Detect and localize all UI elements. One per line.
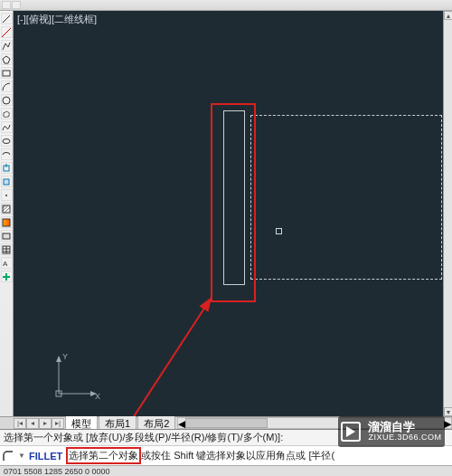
- ucs-icon: X Y: [50, 348, 104, 403]
- scroll-down-icon[interactable]: ▼: [444, 407, 452, 416]
- svg-point-9: [5, 195, 7, 196]
- ucs-y-label: Y: [62, 352, 68, 361]
- watermark-badge: 溜溜自学 ZIXUE.3D66.COM: [338, 416, 445, 447]
- drawing-canvas[interactable]: [-][俯视][二维线框]: [14, 11, 443, 416]
- tab-nav-next-icon[interactable]: ▸: [39, 418, 52, 429]
- insert-block-icon[interactable]: [1, 162, 13, 174]
- draw-toolbar: A: [0, 11, 14, 416]
- scroll-up-icon[interactable]: ▲: [444, 11, 452, 20]
- svg-marker-28: [56, 356, 61, 362]
- circle-tool-icon[interactable]: [1, 94, 13, 106]
- svg-rect-10: [3, 205, 10, 213]
- watermark-url: ZIXUE.3D66.COM: [368, 433, 441, 443]
- svg-rect-15: [3, 233, 10, 239]
- annotation-prompt-highlight: 选择第二个对象: [66, 447, 141, 464]
- command-prompt-rest: 或按住 Shift 键选择对象以应用角点或 [半径(: [141, 450, 334, 461]
- svg-rect-8: [4, 179, 9, 185]
- scroll-thumb[interactable]: [185, 418, 268, 428]
- vertical-scrollbar[interactable]: ▲ ▼: [443, 11, 452, 416]
- status-bar: 0701 5508 1285 2650 0 0000: [0, 465, 452, 476]
- arc-tool-icon[interactable]: [1, 81, 13, 92]
- cad-app-window: A [-][俯视][二维线框]: [0, 0, 452, 476]
- scroll-left-icon[interactable]: ◀: [178, 418, 185, 428]
- region-tool-icon[interactable]: [1, 230, 13, 242]
- revision-cloud-icon[interactable]: [1, 108, 13, 119]
- fillet-icon: [2, 450, 14, 462]
- watermark-title: 溜溜自学: [368, 421, 441, 433]
- scroll-track[interactable]: [444, 20, 452, 407]
- layout-tabs: |◂ ◂ ▸ ▸| 模型 布局1 布局2: [0, 417, 175, 429]
- panel-stub[interactable]: [12, 1, 21, 9]
- pick-box-cursor: [276, 228, 282, 234]
- svg-line-24: [129, 299, 211, 416]
- ellipse-arc-tool-icon[interactable]: [1, 148, 13, 160]
- line-tool-icon[interactable]: [1, 13, 13, 24]
- command-name: FILLET: [29, 451, 62, 462]
- command-input-line[interactable]: ▼ FILLET 选择第二个对象或按住 Shift 键选择对象以应用角点或 [半…: [0, 445, 452, 465]
- solid-rectangle-object: [223, 110, 245, 285]
- scroll-right-icon[interactable]: ▶: [444, 418, 451, 428]
- svg-line-0: [3, 15, 10, 23]
- svg-point-5: [3, 138, 10, 143]
- polyline-tool-icon[interactable]: [1, 40, 13, 52]
- make-block-icon[interactable]: [1, 176, 13, 187]
- svg-rect-3: [3, 71, 10, 76]
- table-tool-icon[interactable]: [1, 243, 13, 255]
- play-icon: [341, 422, 361, 442]
- svg-rect-14: [3, 219, 10, 226]
- ucs-x-label: X: [95, 392, 100, 401]
- svg-text:A: A: [3, 260, 8, 268]
- hatch-tool-icon[interactable]: [1, 203, 13, 214]
- svg-marker-30: [346, 426, 355, 437]
- svg-point-4: [3, 97, 10, 104]
- add-selected-icon[interactable]: [1, 271, 13, 282]
- construction-line-icon[interactable]: [1, 26, 13, 38]
- tab-nav-last-icon[interactable]: ▸|: [52, 418, 64, 429]
- gradient-tool-icon[interactable]: [1, 216, 13, 228]
- dropdown-icon[interactable]: ▼: [18, 452, 25, 460]
- layer-panel-strip: [0, 0, 452, 11]
- panel-stub[interactable]: [2, 1, 11, 9]
- polygon-tool-icon[interactable]: [1, 53, 13, 65]
- svg-line-1: [2, 28, 11, 37]
- spline-tool-icon[interactable]: [1, 121, 13, 133]
- dashed-rectangle-object: [250, 115, 442, 280]
- svg-marker-2: [3, 56, 10, 63]
- point-tool-icon[interactable]: [1, 189, 13, 201]
- main-row: A [-][俯视][二维线框]: [0, 11, 452, 416]
- tab-nav-first-icon[interactable]: |◂: [14, 418, 26, 429]
- rectangle-tool-icon[interactable]: [1, 67, 13, 79]
- viewport-label[interactable]: [-][俯视][二维线框]: [17, 13, 97, 26]
- tab-nav-prev-icon[interactable]: ◂: [26, 418, 39, 429]
- mtext-tool-icon[interactable]: A: [1, 257, 13, 269]
- ellipse-tool-icon[interactable]: [1, 135, 13, 147]
- command-prompt: 选择第二个对象或按住 Shift 键选择对象以应用角点或 [半径(: [66, 447, 450, 464]
